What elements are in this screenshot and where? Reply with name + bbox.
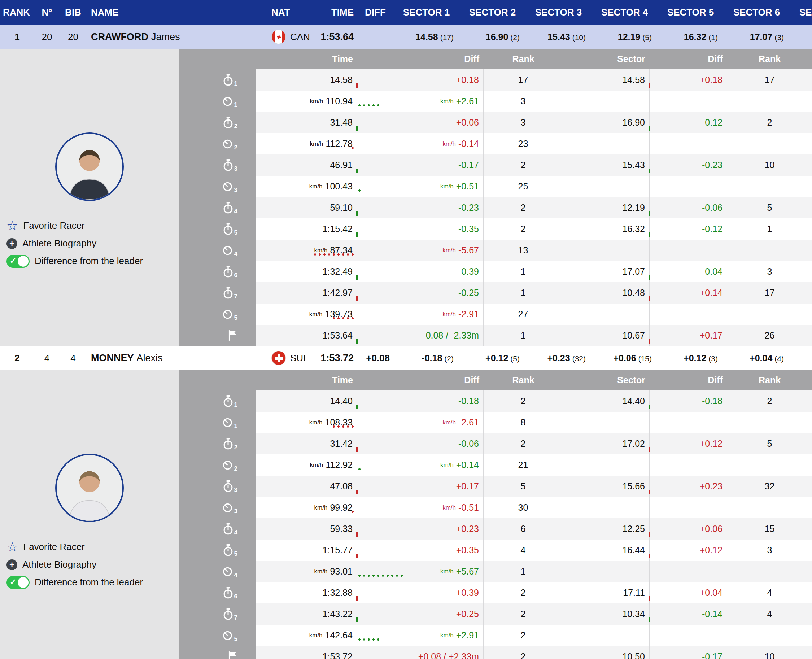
speed-unit-label: km/h	[443, 504, 456, 511]
time-trend-tick	[356, 339, 358, 344]
difference-toggle-row: ✓Difference from the leader	[0, 252, 179, 270]
athlete-biography-button[interactable]: +Athlete Biography	[0, 556, 179, 574]
sector-value: +0.06	[613, 353, 636, 363]
racer-nation: SUI	[267, 351, 316, 365]
split-index: 2	[234, 144, 238, 151]
split-diff: +0.18	[456, 75, 479, 85]
sector-time-cell: 12.19	[563, 197, 650, 218]
column-header-sector6: SECTOR 6	[724, 7, 790, 18]
sector-summary-cell: 12.19(5)	[591, 32, 657, 42]
sector-rank-cell: 5	[727, 197, 812, 218]
split-index: 3	[234, 165, 238, 172]
time-trend-tick	[356, 232, 358, 237]
split-diff-cell: -0.23	[357, 197, 484, 218]
split-diff-cell: +0.35	[357, 539, 484, 561]
split-time: 100.43	[325, 181, 353, 192]
sector-summary-cell: +0.12(5)	[459, 353, 525, 363]
split-time-cell: km/h100.43	[256, 176, 357, 197]
sector-time-cell	[563, 304, 650, 325]
split-diff-cell: -0.35	[357, 218, 484, 240]
favorite-racer-button[interactable]: ☆Favorite Racer	[0, 538, 179, 556]
split-detail-row: 4km/h87.34km/h-5.6713	[179, 240, 812, 261]
split-diff: +2.61	[456, 96, 479, 106]
split-diff: +0.08 / +2.33m	[418, 651, 479, 659]
speed-diff-dotbar	[314, 253, 356, 255]
sector-diff-cell	[650, 91, 727, 112]
header-diff: Diff	[357, 54, 484, 64]
split-diff: -0.06	[458, 438, 479, 449]
split-index: 3	[234, 187, 238, 194]
sector-time-cell: 14.40	[563, 391, 650, 412]
speedometer-icon: 1	[179, 91, 256, 112]
sector-rank: (3)	[774, 33, 784, 41]
split-time: 14.58	[330, 75, 353, 85]
split-index: 4	[234, 572, 238, 579]
sector-rank: (17)	[440, 33, 454, 41]
time-trend-tick	[356, 490, 358, 494]
results-table-header: RANKN°BIBNAMENATTIMEDIFFSECTOR 1SECTOR 2…	[0, 0, 812, 25]
racer-detail-panel: ☆Favorite Racer+Athlete Biography✓Differ…	[0, 49, 812, 346]
split-detail-row: 1km/h110.94km/h+2.613	[179, 91, 812, 112]
star-icon: ☆	[6, 541, 18, 553]
column-header-sector5: SECTOR 5	[657, 7, 724, 18]
split-detail-row: 61:32.88+0.39217.11+0.044	[179, 582, 812, 604]
speed-unit-label: km/h	[310, 98, 323, 105]
sector-rank-cell: 3	[727, 539, 812, 561]
sector-rank-cell: 2	[727, 112, 812, 133]
sector-diff-cell	[650, 561, 727, 582]
sector-rank-cell: 17	[727, 282, 812, 304]
sector-diff-cell: -0.23	[650, 155, 727, 176]
split-values: 1:15.77+0.35416.44+0.123	[256, 539, 812, 561]
favorite-racer-button[interactable]: ☆Favorite Racer	[0, 217, 179, 235]
split-rank-cell: 1	[484, 282, 563, 304]
split-diff-cell: km/h-2.91	[357, 304, 484, 325]
column-header-rank[interactable]: RANK	[0, 7, 34, 18]
time-trend-tick	[356, 447, 358, 452]
sector-trend-tick	[648, 447, 650, 452]
sector-diff-cell: -0.12	[650, 112, 727, 133]
split-detail-row: 231.48+0.06316.90-0.122	[179, 112, 812, 133]
split-time-cell: km/h112.78	[256, 133, 357, 155]
split-detail-row: 1:53.64-0.08 / -2.33m110.67+0.1726	[179, 325, 812, 346]
time-trend-tick	[356, 275, 358, 280]
sector-diff-cell: +0.04	[650, 582, 727, 604]
time-trend-tick	[356, 296, 358, 301]
split-rank-cell: 2	[484, 197, 563, 218]
split-diff: +0.35	[456, 545, 479, 555]
sector-diff: +0.14	[700, 288, 722, 298]
split-rank-cell: 13	[484, 240, 563, 261]
racer-number: 20	[34, 32, 60, 43]
split-time: 59.33	[330, 523, 353, 534]
split-index: 3	[234, 487, 238, 494]
split-detail-row: 61:32.49-0.39117.07-0.043	[179, 261, 812, 282]
sector-summary-cell: +0.12(3)	[657, 353, 724, 363]
split-diff-cell: +0.25	[357, 604, 484, 625]
difference-toggle[interactable]: ✓	[6, 255, 30, 268]
racer-row[interactable]: 12020CRAWFORDJamesCAN1:53.6414.58(17)16.…	[0, 25, 812, 49]
racer-rank: 2	[0, 353, 34, 364]
split-rank-cell: 21	[484, 454, 563, 476]
favorite-racer-label: Favorite Racer	[23, 220, 85, 231]
split-diff: -5.67	[458, 245, 479, 255]
athlete-biography-button[interactable]: +Athlete Biography	[0, 235, 179, 252]
header-time: Time	[256, 54, 357, 64]
split-detail-row: 114.40-0.18214.40-0.182	[179, 391, 812, 412]
split-time-cell: 31.42	[256, 433, 357, 454]
toggle-knob	[18, 256, 28, 267]
plus-icon: +	[6, 238, 17, 249]
split-values: km/h93.01km/h+5.671	[256, 561, 812, 582]
split-time: 1:53.64	[323, 330, 353, 341]
sector-diff-cell: -0.06	[650, 197, 727, 218]
column-header-sector1: SECTOR 1	[393, 7, 459, 18]
finish-flag-icon	[179, 325, 256, 346]
split-time-cell: km/h99.92	[256, 497, 357, 518]
racer-firstname: Alexis	[137, 353, 163, 363]
split-values: 46.91-0.17215.43-0.2310	[256, 155, 812, 176]
split-values: 1:32.49-0.39117.07-0.043	[256, 261, 812, 282]
difference-toggle[interactable]: ✓	[6, 576, 30, 589]
split-time-cell: km/h139.73	[256, 304, 357, 325]
speed-unit-label: km/h	[440, 568, 454, 575]
racer-row[interactable]: 244MONNEYAlexisSUI1:53.72+0.08-0.18(2)+0…	[0, 346, 812, 370]
split-detail-row: 5km/h142.64km/h+2.912	[179, 625, 812, 646]
split-detail-row: 231.42-0.06217.02+0.125	[179, 433, 812, 454]
